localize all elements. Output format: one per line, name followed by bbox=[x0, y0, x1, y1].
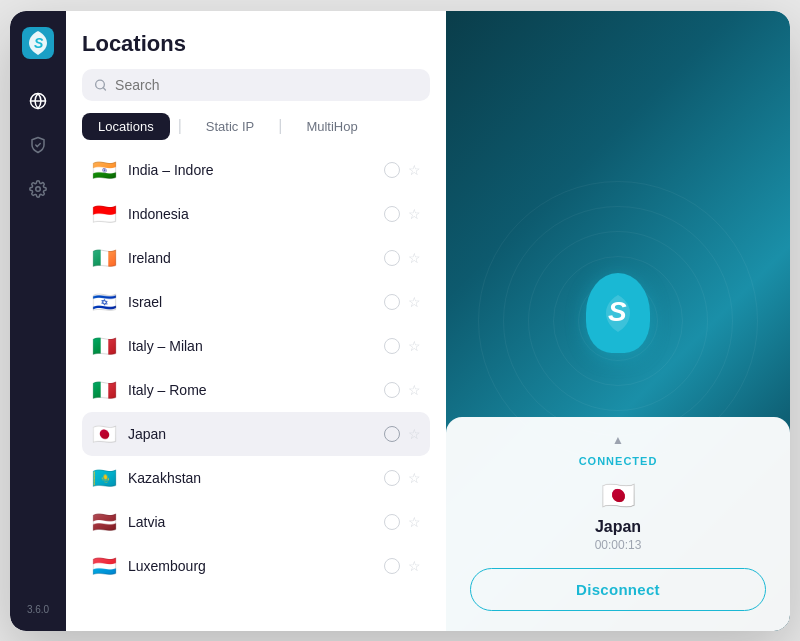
app-version: 3.6.0 bbox=[27, 604, 49, 615]
connect-dot[interactable] bbox=[384, 250, 400, 266]
favorite-button[interactable]: ☆ bbox=[406, 558, 422, 574]
location-name: Latvia bbox=[128, 514, 374, 530]
tab-divider-2: | bbox=[278, 117, 282, 135]
flag-icon: 🇮🇹 bbox=[90, 378, 118, 402]
app-container: S 3.6.0 Locations bbox=[10, 11, 790, 631]
location-actions: ☆ bbox=[384, 162, 422, 178]
locations-title: Locations bbox=[82, 31, 430, 57]
search-icon bbox=[94, 78, 107, 92]
favorite-button[interactable]: ☆ bbox=[406, 514, 422, 530]
connect-dot[interactable] bbox=[384, 558, 400, 574]
favorite-button[interactable]: ☆ bbox=[406, 162, 422, 178]
location-actions: ☆ bbox=[384, 426, 422, 442]
flag-icon: 🇮🇩 bbox=[90, 202, 118, 226]
flag-icon: 🇮🇪 bbox=[90, 246, 118, 270]
location-name: Israel bbox=[128, 294, 374, 310]
connect-dot[interactable] bbox=[384, 470, 400, 486]
svg-text:S: S bbox=[34, 35, 44, 51]
sidebar-shield-icon[interactable] bbox=[20, 127, 56, 163]
logo-shape: S bbox=[586, 273, 650, 353]
locations-panel: Locations Locations | Static IP | MultiH… bbox=[66, 11, 446, 631]
sidebar-settings-icon[interactable] bbox=[20, 171, 56, 207]
disconnect-button[interactable]: Disconnect bbox=[470, 568, 766, 611]
flag-icon: 🇱🇺 bbox=[90, 554, 118, 578]
location-item[interactable]: 🇮🇩 Indonesia ☆ bbox=[82, 192, 430, 236]
tab-multihop[interactable]: MultiHop bbox=[290, 113, 373, 140]
connect-dot[interactable] bbox=[384, 294, 400, 310]
location-actions: ☆ bbox=[384, 514, 422, 530]
location-name: Ireland bbox=[128, 250, 374, 266]
sidebar: S 3.6.0 bbox=[10, 11, 66, 631]
location-item[interactable]: 🇰🇿 Kazakhstan ☆ bbox=[82, 456, 430, 500]
location-item[interactable]: 🇱🇺 Luxembourg ☆ bbox=[82, 544, 430, 588]
chevron-up-icon: ▲ bbox=[470, 433, 766, 447]
location-actions: ☆ bbox=[384, 338, 422, 354]
favorite-button[interactable]: ☆ bbox=[406, 382, 422, 398]
svg-line-7 bbox=[103, 87, 105, 89]
location-name: Indonesia bbox=[128, 206, 374, 222]
surfshark-logo: S bbox=[586, 273, 650, 353]
favorite-button[interactable]: ☆ bbox=[406, 338, 422, 354]
location-item[interactable]: 🇮🇳 India – Indore ☆ bbox=[82, 148, 430, 192]
favorite-button[interactable]: ☆ bbox=[406, 294, 422, 310]
location-item[interactable]: 🇮🇹 Italy – Rome ☆ bbox=[82, 368, 430, 412]
location-item[interactable]: 🇯🇵 Japan ☆ bbox=[82, 412, 430, 456]
flag-icon: 🇮🇳 bbox=[90, 158, 118, 182]
location-actions: ☆ bbox=[384, 558, 422, 574]
location-name: Kazakhstan bbox=[128, 470, 374, 486]
right-panel: S ▲ CONNECTED 🇯🇵 Japan 00:00:13 Disconne… bbox=[446, 11, 790, 631]
tab-static-ip[interactable]: Static IP bbox=[190, 113, 270, 140]
location-name: Luxembourg bbox=[128, 558, 374, 574]
connection-status: CONNECTED bbox=[470, 455, 766, 467]
tab-bar: Locations | Static IP | MultiHop bbox=[82, 113, 430, 140]
tab-divider: | bbox=[178, 117, 182, 135]
location-list: 🇮🇳 India – Indore ☆ 🇮🇩 Indonesia ☆ 🇮🇪 Ir… bbox=[66, 148, 446, 631]
location-item[interactable]: 🇮🇱 Israel ☆ bbox=[82, 280, 430, 324]
connect-dot[interactable] bbox=[384, 162, 400, 178]
flag-icon: 🇰🇿 bbox=[90, 466, 118, 490]
location-actions: ☆ bbox=[384, 382, 422, 398]
flag-icon: 🇱🇻 bbox=[90, 510, 118, 534]
location-actions: ☆ bbox=[384, 206, 422, 222]
search-bar bbox=[82, 69, 430, 101]
connect-dot[interactable] bbox=[384, 206, 400, 222]
favorite-button[interactable]: ☆ bbox=[406, 206, 422, 222]
connect-dot[interactable] bbox=[384, 514, 400, 530]
favorite-button[interactable]: ☆ bbox=[406, 426, 422, 442]
location-name: Italy – Rome bbox=[128, 382, 374, 398]
app-logo: S bbox=[22, 27, 54, 59]
connect-dot[interactable] bbox=[384, 426, 400, 442]
svg-text:S: S bbox=[608, 296, 627, 327]
connect-dot[interactable] bbox=[384, 338, 400, 354]
connect-dot[interactable] bbox=[384, 382, 400, 398]
location-item[interactable]: 🇱🇻 Latvia ☆ bbox=[82, 500, 430, 544]
location-actions: ☆ bbox=[384, 470, 422, 486]
flag-icon: 🇮🇹 bbox=[90, 334, 118, 358]
location-name: Italy – Milan bbox=[128, 338, 374, 354]
svg-line-4 bbox=[37, 143, 40, 146]
flag-icon: 🇯🇵 bbox=[90, 422, 118, 446]
connected-flag: 🇯🇵 bbox=[470, 479, 766, 512]
search-input[interactable] bbox=[115, 77, 418, 93]
bottom-card: ▲ CONNECTED 🇯🇵 Japan 00:00:13 Disconnect bbox=[446, 417, 790, 631]
connected-country: Japan bbox=[470, 518, 766, 536]
location-actions: ☆ bbox=[384, 294, 422, 310]
location-name: Japan bbox=[128, 426, 374, 442]
svg-point-5 bbox=[36, 186, 41, 191]
location-actions: ☆ bbox=[384, 250, 422, 266]
favorite-button[interactable]: ☆ bbox=[406, 470, 422, 486]
location-item[interactable]: 🇮🇪 Ireland ☆ bbox=[82, 236, 430, 280]
favorite-button[interactable]: ☆ bbox=[406, 250, 422, 266]
tab-locations[interactable]: Locations bbox=[82, 113, 170, 140]
sidebar-locations-icon[interactable] bbox=[20, 83, 56, 119]
location-item[interactable]: 🇮🇹 Italy – Milan ☆ bbox=[82, 324, 430, 368]
flag-icon: 🇮🇱 bbox=[90, 290, 118, 314]
location-name: India – Indore bbox=[128, 162, 374, 178]
connection-time: 00:00:13 bbox=[470, 538, 766, 552]
